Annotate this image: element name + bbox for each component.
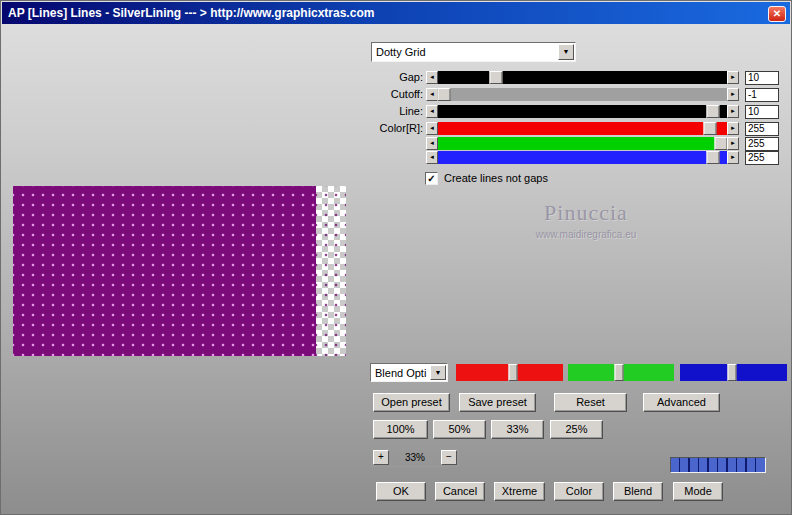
color-g-slider-track[interactable] bbox=[438, 137, 727, 150]
xtreme-button[interactable]: Xtreme bbox=[494, 482, 545, 501]
watermark-url: www.maidiregrafica.eu bbox=[471, 229, 701, 240]
slider-row-color-g: ◄ ► 255 bbox=[1, 137, 792, 151]
color-r-slider-track[interactable] bbox=[438, 122, 727, 135]
slider-row-line: Line: ◄ ► 10 bbox=[1, 105, 792, 119]
ok-button[interactable]: OK bbox=[376, 482, 426, 501]
gap-value-field[interactable]: 10 bbox=[745, 71, 779, 85]
chevron-down-icon[interactable]: ▼ bbox=[430, 365, 446, 380]
progress-bar bbox=[670, 457, 766, 473]
blend-options-select[interactable]: Blend Opti ▼ bbox=[370, 363, 448, 382]
transparency-checkerboard bbox=[316, 186, 346, 356]
open-preset-button[interactable]: Open preset bbox=[373, 393, 450, 412]
slider-row-color-r: Color[R]: ◄ ► 255 bbox=[1, 122, 792, 136]
slider-left-arrow-icon[interactable]: ◄ bbox=[426, 122, 438, 135]
blue-channel-slider[interactable] bbox=[680, 364, 787, 381]
chevron-down-icon[interactable]: ▼ bbox=[558, 44, 574, 60]
create-lines-checkbox[interactable]: ✓ bbox=[425, 172, 438, 185]
color-b-slider-thumb[interactable] bbox=[706, 151, 719, 164]
slider-right-arrow-icon[interactable]: ► bbox=[727, 105, 739, 118]
slider-left-arrow-icon[interactable]: ◄ bbox=[426, 71, 438, 84]
mode-button[interactable]: Mode bbox=[673, 482, 723, 501]
color-r-slider[interactable]: ◄ ► bbox=[426, 122, 739, 135]
cancel-button[interactable]: Cancel bbox=[435, 482, 485, 501]
color-g-slider[interactable]: ◄ ► bbox=[426, 137, 739, 150]
color-r-label: Color[R]: bbox=[331, 122, 423, 135]
window-title: AP [Lines] Lines - SilverLining --- > ht… bbox=[8, 6, 374, 20]
gap-slider-track[interactable] bbox=[438, 71, 727, 84]
zoom-in-button[interactable]: + bbox=[373, 450, 389, 465]
slider-row-gap: Gap: ◄ ► 10 bbox=[1, 71, 792, 85]
close-button[interactable]: ✕ bbox=[768, 6, 786, 22]
blend-button[interactable]: Blend bbox=[613, 482, 663, 501]
line-label: Line: bbox=[331, 105, 423, 118]
blue-channel-thumb[interactable] bbox=[728, 364, 737, 381]
zoom-25-button[interactable]: 25% bbox=[550, 420, 603, 439]
create-lines-checkbox-label: Create lines not gaps bbox=[444, 171, 548, 186]
line-slider[interactable]: ◄ ► bbox=[426, 105, 739, 118]
title-bar[interactable]: AP [Lines] Lines - SilverLining --- > ht… bbox=[2, 2, 790, 24]
slider-right-arrow-icon[interactable]: ► bbox=[727, 71, 739, 84]
plugin-dialog-window: AP [Lines] Lines - SilverLining --- > ht… bbox=[0, 0, 792, 515]
slider-row-color-b: ◄ ► 255 bbox=[1, 151, 792, 165]
color-g-slider-thumb[interactable] bbox=[715, 137, 728, 150]
zoom-out-button[interactable]: − bbox=[441, 450, 457, 465]
cutoff-label: Cutoff: bbox=[331, 88, 423, 101]
line-value-field[interactable]: 10 bbox=[745, 105, 779, 119]
zoom-100-button[interactable]: 100% bbox=[373, 420, 428, 439]
create-lines-checkbox-row: ✓ Create lines not gaps bbox=[425, 171, 645, 185]
gap-slider[interactable]: ◄ ► bbox=[426, 71, 739, 84]
zoom-stepper: + 33% − bbox=[371, 448, 459, 467]
blend-options-value: Blend Opti bbox=[375, 364, 429, 382]
slider-left-arrow-icon[interactable]: ◄ bbox=[426, 105, 438, 118]
line-slider-track[interactable] bbox=[438, 105, 727, 118]
red-channel-thumb[interactable] bbox=[508, 364, 517, 381]
color-b-slider-track[interactable] bbox=[438, 151, 727, 164]
zoom-33-button[interactable]: 33% bbox=[491, 420, 544, 439]
gap-label: Gap: bbox=[331, 71, 423, 84]
advanced-button[interactable]: Advanced bbox=[643, 393, 720, 412]
cutoff-value-field[interactable]: -1 bbox=[745, 88, 779, 102]
pattern-select-value: Dotty Grid bbox=[376, 43, 557, 61]
check-icon: ✓ bbox=[427, 173, 435, 184]
cutoff-slider-track[interactable] bbox=[438, 88, 727, 101]
slider-left-arrow-icon[interactable]: ◄ bbox=[426, 88, 438, 101]
zoom-level-value: 33% bbox=[391, 450, 439, 465]
save-preset-button[interactable]: Save preset bbox=[459, 393, 536, 412]
slider-left-arrow-icon[interactable]: ◄ bbox=[426, 151, 438, 164]
pattern-select[interactable]: Dotty Grid ▼ bbox=[371, 42, 576, 62]
slider-right-arrow-icon[interactable]: ► bbox=[727, 137, 739, 150]
line-slider-thumb[interactable] bbox=[706, 105, 719, 118]
slider-left-arrow-icon[interactable]: ◄ bbox=[426, 137, 438, 150]
green-channel-thumb[interactable] bbox=[614, 364, 623, 381]
reset-button[interactable]: Reset bbox=[554, 393, 627, 412]
color-b-value-field[interactable]: 255 bbox=[745, 151, 779, 165]
red-channel-slider[interactable] bbox=[456, 364, 563, 381]
color-b-slider[interactable]: ◄ ► bbox=[426, 151, 739, 164]
zoom-50-button[interactable]: 50% bbox=[433, 420, 486, 439]
close-icon: ✕ bbox=[773, 8, 781, 19]
gap-slider-thumb[interactable] bbox=[489, 71, 502, 84]
watermark-title: Pinuccia bbox=[471, 200, 701, 226]
slider-row-cutoff: Cutoff: ◄ ► -1 bbox=[1, 88, 792, 102]
cutoff-slider[interactable]: ◄ ► bbox=[426, 88, 739, 101]
pattern-preview[interactable] bbox=[13, 186, 346, 356]
color-g-value-field[interactable]: 255 bbox=[745, 137, 779, 151]
slider-right-arrow-icon[interactable]: ► bbox=[727, 151, 739, 164]
slider-right-arrow-icon[interactable]: ► bbox=[727, 88, 739, 101]
green-channel-slider[interactable] bbox=[568, 364, 674, 381]
color-button[interactable]: Color bbox=[554, 482, 604, 501]
color-r-slider-thumb[interactable] bbox=[703, 122, 716, 135]
color-r-value-field[interactable]: 255 bbox=[745, 122, 779, 136]
slider-right-arrow-icon[interactable]: ► bbox=[727, 122, 739, 135]
cutoff-slider-thumb[interactable] bbox=[437, 88, 450, 101]
